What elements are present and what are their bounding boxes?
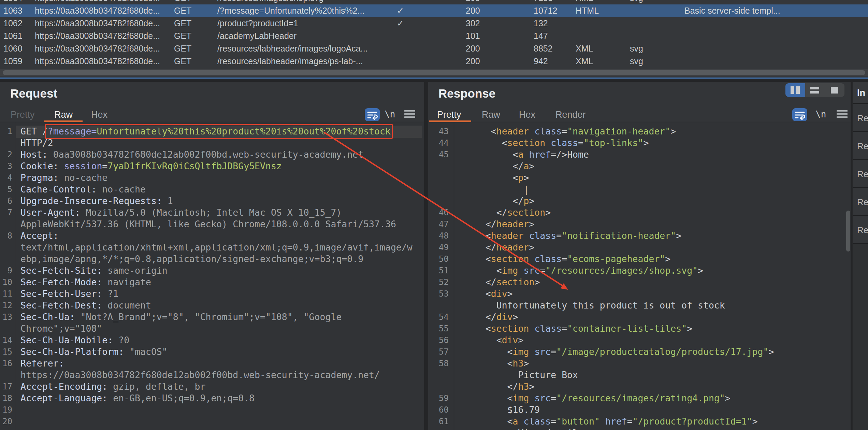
response-tab-row: Pretty Raw Hex Render — [428, 108, 851, 122]
word-wrap-toggle-button[interactable] — [792, 108, 807, 121]
code-line: Picture Box — [428, 369, 851, 381]
line-number — [0, 323, 12, 334]
code-line: 16Referer: — [0, 358, 424, 369]
inspector-header[interactable]: In — [853, 82, 868, 104]
tab-response-hex[interactable]: Hex — [519, 110, 535, 120]
line-text: <img src="/resources/images/shop.svg"> — [449, 265, 703, 276]
line-text: | — [449, 184, 529, 195]
line-text: Sec-Fetch-User: ?1 — [12, 288, 118, 300]
tab-response-raw[interactable]: Raw — [482, 110, 500, 120]
line-text: Picture Box — [449, 369, 578, 381]
line-number: 12 — [0, 300, 12, 311]
horizontal-scrollbar-thumb[interactable] — [3, 70, 865, 75]
code-line: 58 <h3> — [428, 358, 851, 369]
line-text: User-Agent: Mozilla/5.0 (Macintosh; Inte… — [12, 207, 342, 218]
table-row[interactable]: 1060https://0aa3008b034782f680de...GET/r… — [0, 42, 868, 55]
view-layout-button-group — [785, 83, 844, 97]
inspector-sidebar: In Re Re Re Re Re — [853, 82, 868, 430]
line-number — [428, 184, 449, 195]
line-text: </header> — [449, 218, 534, 230]
line-number: 11 — [0, 288, 12, 300]
code-line: text/html,application/xhtml+xml,applicat… — [0, 242, 424, 253]
code-line: 13Sec-Ch-Ua: "Not?A_Brand";v="8", "Chrom… — [0, 311, 424, 323]
cell-len: 147 — [530, 30, 572, 42]
line-number: 19 — [0, 404, 12, 416]
code-line: 57 <img src="/image/productcatalog/produ… — [428, 346, 851, 358]
line-text: Accept-Language: en-GB,en-US;q=0.9,en;q=… — [12, 392, 255, 404]
inspector-section[interactable]: Re — [853, 188, 868, 216]
line-text: Sec-Fetch-Dest: document — [12, 300, 151, 311]
line-text: </header> — [449, 242, 534, 253]
line-text: Referer: — [12, 358, 64, 369]
line-text: </div> — [449, 311, 518, 323]
tab-request-raw[interactable]: Raw — [54, 110, 73, 120]
code-line: 51 <img src="/resources/images/shop.svg"… — [428, 265, 851, 276]
line-number: 59 — [428, 392, 449, 404]
code-line: 7User-Agent: Mozilla/5.0 (Macintosh; Int… — [0, 207, 424, 218]
layout-single-button[interactable] — [825, 83, 844, 97]
cell-url: /academyLabHeader — [214, 30, 393, 42]
hamburger-menu-icon — [837, 110, 848, 119]
tab-request-hex[interactable]: Hex — [91, 110, 107, 120]
layout-rows-button[interactable] — [805, 83, 825, 97]
code-line: 46 </section> — [428, 207, 851, 218]
table-row[interactable]: 1062https://0aa3008b034782f680de...GET/p… — [0, 17, 868, 30]
code-line: HTTP/2 — [0, 137, 424, 149]
line-text: </h3> — [449, 381, 534, 392]
word-wrap-icon — [365, 108, 380, 121]
response-menu-button[interactable] — [837, 110, 848, 120]
partial-top-row: 1064https://0aa3008b034782f680de...GET/r… — [0, 0, 868, 4]
code-line: 9Sec-Fetch-Site: same-origin — [0, 265, 424, 276]
inspector-section[interactable]: Re — [853, 104, 868, 132]
rows-layout-icon — [810, 87, 819, 94]
tab-request-pretty[interactable]: Pretty — [11, 110, 35, 120]
code-line: AppleWebKit/537.36 (KHTML, like Gecko) C… — [0, 218, 424, 230]
annotation-red-box — [45, 124, 393, 139]
cell-ext — [626, 17, 681, 30]
inspector-section[interactable]: Re — [853, 132, 868, 160]
word-wrap-toggle-button[interactable] — [365, 108, 380, 121]
code-line: 44 <section class="top-links"> — [428, 137, 851, 149]
line-text: Host: 0aa3008b034782f680de12ab002f00bd.w… — [12, 149, 363, 160]
request-panel-title: Request — [10, 87, 57, 100]
table-row[interactable]: 1061https://0aa3008b034782f680de...GET/a… — [0, 30, 868, 42]
line-text: Sec-Ch-Ua-Platform: "macOS" — [12, 346, 168, 358]
line-text: Cache-Control: no-cache — [12, 184, 146, 195]
line-number: 58 — [428, 358, 449, 369]
line-text — [12, 404, 20, 416]
line-number: 15 — [0, 346, 12, 358]
cell-host: https://0aa3008b034782f680de... — [31, 0, 171, 4]
cell-ext — [626, 4, 681, 17]
code-line: 11Sec-Fetch-User: ?1 — [0, 288, 424, 300]
code-line: 6Upgrade-Insecure-Requests: 1 — [0, 195, 424, 207]
table-row[interactable]: 1063https://0aa3008b034782f680de...GET/?… — [0, 4, 868, 17]
table-row[interactable]: 1059https://0aa3008b034782f680de...GET/r… — [0, 55, 868, 68]
word-wrap-icon — [792, 108, 807, 121]
request-menu-button[interactable] — [404, 110, 415, 120]
code-line: 47 </header> — [428, 218, 851, 230]
line-number: 10 — [0, 276, 12, 288]
line-text: <header class="notification-header"> — [449, 230, 681, 242]
code-line: 60 $16.79 — [428, 404, 851, 416]
code-line: 5Cache-Control: no-cache — [0, 184, 424, 195]
layout-columns-button[interactable] — [785, 83, 805, 97]
horizontal-scrollbar[interactable] — [0, 69, 868, 76]
inspector-section[interactable]: Re — [853, 160, 868, 188]
tab-response-render[interactable]: Render — [555, 110, 586, 120]
cell-url: /?message=Unfortunately%20this%2... — [214, 4, 393, 17]
table-row[interactable]: 1064https://0aa3008b034782f680de...GET/r… — [0, 0, 868, 4]
show-newlines-toggle[interactable]: \n — [815, 109, 826, 119]
cell-url: /resources/labheader/images/ps-lab-... — [214, 55, 393, 68]
line-number: 56 — [428, 334, 449, 346]
http-history-table[interactable]: 1064https://0aa3008b034782f680de...GET/r… — [0, 0, 868, 79]
hamburger-menu-icon — [404, 110, 415, 119]
cell-num: 1062 — [0, 17, 31, 30]
cell-title — [681, 55, 868, 68]
inspector-section[interactable]: Re — [853, 216, 868, 244]
cell-mime: HTML — [572, 4, 626, 17]
show-newlines-toggle[interactable]: \n — [385, 109, 395, 119]
cell-len: 10712 — [530, 4, 572, 17]
tab-response-pretty[interactable]: Pretty — [437, 110, 461, 120]
cell-url: /product?productId=1 — [214, 17, 393, 30]
code-line: | — [428, 184, 851, 195]
